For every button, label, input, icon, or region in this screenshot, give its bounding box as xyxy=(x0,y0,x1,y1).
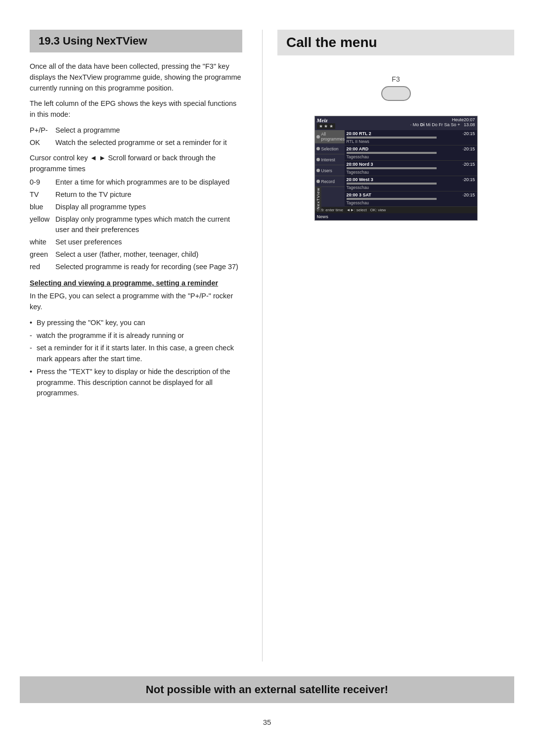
epg-prog-bar-4 xyxy=(347,183,437,185)
key-desc-yellow: Display only programme types which match… xyxy=(55,214,242,235)
f3-label: F3 xyxy=(392,75,400,83)
epg-prog-sub-5: Tagesschau xyxy=(347,200,475,205)
epg-sidebar-item-users: Users xyxy=(315,165,345,176)
epg-prog-channel-3: 20:00 Nord 3 xyxy=(347,162,373,167)
epg-prog-channel-4: 20:00 West 3 xyxy=(347,177,373,182)
epg-prog-row-4: 20:00 West 3 ·20:15 Tagesschau xyxy=(345,176,477,191)
key-list-1: P+/P- Select a programme OK Watch the se… xyxy=(30,125,242,148)
epg-prog-top-2: 20:00 ARD ·20:15 xyxy=(347,146,475,151)
key-item-ok: OK Watch the selected programme or set a… xyxy=(30,138,242,148)
cursor-line: Cursor control key ◄ ► Scroll forward or… xyxy=(30,153,242,175)
para3: In the EPG, you can select a programme w… xyxy=(30,291,242,313)
subheading: Selecting and viewing a programme, setti… xyxy=(30,279,242,287)
key-label-ok: OK xyxy=(30,138,55,148)
epg-days: · Mo Di Mi Do Fr Sa So + 13.08 xyxy=(410,122,475,127)
epg-sidebar-label-interest: Interest xyxy=(321,157,335,162)
epg-sidebar-item-interest: Interest xyxy=(315,154,345,165)
key-desc-ok: Watch the selected programme or set a re… xyxy=(55,138,242,148)
epg-date-label: Heute 20:07 xyxy=(410,117,475,122)
epg-sidebar-label-all: All programmes xyxy=(321,132,345,142)
epg-sidebar-label-users: Users xyxy=(321,168,332,173)
epg-prog-time-5: ·20:15 xyxy=(462,192,475,197)
key-item-09: 0-9 Enter a time for which programmes ar… xyxy=(30,177,242,188)
epg-prog-channel-5: 20:00 3 SAT xyxy=(347,192,371,197)
epg-prog-sub-4: Tagesschau xyxy=(347,185,475,190)
bullet-item-3: set a reminder for it if it starts later… xyxy=(30,343,242,365)
right-column: Call the menu F3 Meiz ★ ★ ★ Heute 20:07 xyxy=(262,30,534,662)
epg-prog-sub-3: Tagesschau xyxy=(347,170,475,175)
key-item-blue: blue Display all programme types xyxy=(30,202,242,212)
epg-prog-row-5: 20:00 3 SAT ·20:15 Tagesschau xyxy=(345,191,477,207)
epg-sidebar-label-selection: Selection xyxy=(321,146,339,151)
section-title: 19.3 Using NexTView xyxy=(39,35,233,47)
epg-footer: 0..9: enter time ◄►: select OK: view xyxy=(315,207,477,213)
key-label-yellow: yellow xyxy=(30,214,55,235)
key-item-green: green Select a user (father, mother, tee… xyxy=(30,249,242,260)
key-list-2: 0-9 Enter a time for which programmes ar… xyxy=(30,177,242,272)
epg-header: Meiz ★ ★ ★ Heute 20:07 · Mo Di Mi Do Fr … xyxy=(315,116,477,130)
epg-dot-selection xyxy=(316,147,320,150)
epg-prog-top-3: 20:00 Nord 3 ·20:15 xyxy=(347,162,475,167)
key-desc-blue: Display all programme types xyxy=(55,202,242,212)
bottom-banner: Not possible with an external satellite … xyxy=(20,676,514,703)
epg-nextview-label: NexTView xyxy=(315,187,321,210)
page-container: 19.3 Using NexTView Once all of the data… xyxy=(0,0,534,756)
key-label-white: white xyxy=(30,237,55,247)
epg-header-right: Heute 20:07 · Mo Di Mi Do Fr Sa So + 13.… xyxy=(410,117,475,129)
f3-area: F3 xyxy=(277,75,514,101)
right-heading-box: Call the menu xyxy=(277,30,514,55)
epg-prog-time-3: ·20:15 xyxy=(462,162,475,167)
epg-sidebar-item-selection: Selection xyxy=(315,143,345,154)
epg-prog-channel-1: 20:00 RTL 2 xyxy=(347,131,371,136)
epg-dot-users xyxy=(316,169,320,172)
epg-prog-bar-3 xyxy=(347,167,437,169)
epg-dot-interest xyxy=(316,158,320,161)
key-label-red: red xyxy=(30,262,55,272)
epg-stars: ★ ★ ★ xyxy=(317,123,335,129)
key-item-white: white Set user preferences xyxy=(30,237,242,247)
epg-news: News xyxy=(315,213,477,220)
key-desc-red: Selected programme is ready for recordin… xyxy=(55,262,242,272)
key-label-09: 0-9 xyxy=(30,177,55,188)
intro-para2: The left column of the EPG shows the key… xyxy=(30,98,242,120)
epg-brand: Meiz xyxy=(317,117,328,123)
intro-para1: Once all of the data have been collected… xyxy=(30,61,242,94)
key-label-blue: blue xyxy=(30,202,55,212)
epg-prog-bar-5 xyxy=(347,198,437,200)
epg-prog-top-5: 20:00 3 SAT ·20:15 xyxy=(347,192,475,197)
epg-body: All programmes Selection Interest U xyxy=(315,130,477,207)
bullet-item-1: By pressing the "OK" key, you can xyxy=(30,318,242,329)
epg-container: Meiz ★ ★ ★ Heute 20:07 · Mo Di Mi Do Fr … xyxy=(314,116,478,221)
epg-prog-channel-2: 20:00 ARD xyxy=(347,146,369,151)
key-desc-pp: Select a programme xyxy=(55,125,242,136)
bullet-item-4: Press the "TEXT" key to display or hide … xyxy=(30,367,242,399)
f3-button-visual xyxy=(381,86,411,101)
epg-prog-time-1: ·20:15 xyxy=(462,131,475,136)
epg-prog-bar-1 xyxy=(347,137,437,139)
key-label-tv: TV xyxy=(30,189,55,200)
epg-prog-sub-1: RTL II News xyxy=(347,139,475,144)
bullet-item-2: watch the programme if it is already run… xyxy=(30,331,242,341)
key-desc-white: Set user preferences xyxy=(55,237,242,247)
bullet-list: By pressing the "OK" key, you can watch … xyxy=(30,318,242,399)
left-column: 19.3 Using NexTView Once all of the data… xyxy=(0,30,262,662)
key-item-red: red Selected programme is ready for reco… xyxy=(30,262,242,272)
page-number: 35 xyxy=(0,718,534,726)
epg-main: 20:00 RTL 2 ·20:15 RTL II News 20:00 ARD… xyxy=(345,130,477,207)
key-item-yellow: yellow Display only programme types whic… xyxy=(30,214,242,235)
epg-prog-bar-2 xyxy=(347,152,437,154)
key-item-tv: TV Return to the TV picture xyxy=(30,189,242,200)
epg-prog-time-4: ·20:15 xyxy=(462,177,475,182)
section-heading-box: 19.3 Using NexTView xyxy=(30,30,242,52)
key-item-pp: P+/P- Select a programme xyxy=(30,125,242,136)
epg-prog-top-4: 20:00 West 3 ·20:15 xyxy=(347,177,475,182)
key-desc-green: Select a user (father, mother, teenager,… xyxy=(55,249,242,260)
right-heading: Call the menu xyxy=(286,35,505,50)
epg-prog-row-2: 20:00 ARD ·20:15 Tagesschau xyxy=(345,145,477,161)
epg-sidebar-label-record: Record xyxy=(321,179,335,184)
key-desc-09: Enter a time for which programmes are to… xyxy=(55,177,242,188)
epg-prog-row-1: 20:00 RTL 2 ·20:15 RTL II News xyxy=(345,130,477,145)
epg-sidebar-item-record: Record xyxy=(315,176,345,187)
epg-prog-time-2: ·20:15 xyxy=(462,146,475,151)
main-columns: 19.3 Using NexTView Once all of the data… xyxy=(0,30,534,662)
